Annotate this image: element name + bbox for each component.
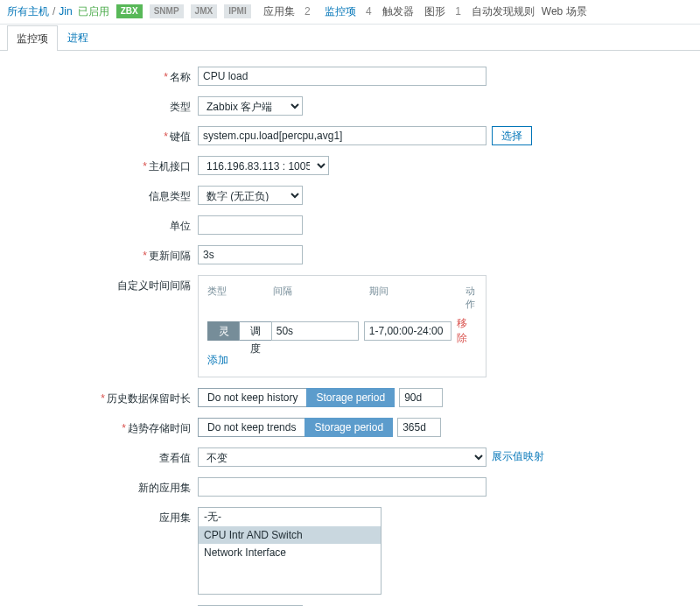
ci-add-link[interactable]: 添加: [207, 354, 228, 366]
badge-jmx: JMX: [191, 4, 218, 18]
ci-period-input[interactable]: [364, 321, 452, 341]
newapp-input[interactable]: [198, 477, 486, 497]
showmap-link[interactable]: 展示值映射: [492, 449, 544, 464]
iface-select[interactable]: 116.196.83.113 : 10050: [198, 156, 329, 175]
nav-web[interactable]: Web 场景: [542, 4, 587, 19]
ci-interval-input[interactable]: [271, 321, 359, 341]
ci-remove-link[interactable]: 移除: [457, 316, 477, 346]
lbl-history: *历史数据保留时长: [9, 388, 198, 406]
infotype-select[interactable]: 数字 (无正负): [198, 186, 303, 205]
lbl-apps: 应用集: [9, 507, 198, 525]
lbl-interval: *更新间隔: [9, 245, 198, 264]
viewval-select[interactable]: 不变: [198, 447, 486, 467]
host-nav: 应用集 2 监控项 4 触发器 图形 1 自动发现规则 Web 场景: [260, 4, 594, 19]
bc-host[interactable]: Jin: [59, 4, 72, 19]
lbl-iface: *主机接口: [9, 156, 198, 174]
key-select-button[interactable]: 选择: [492, 126, 532, 145]
lbl-infotype: 信息类型: [9, 186, 198, 204]
bc-sep: /: [52, 4, 55, 19]
lbl-viewval: 查看值: [9, 447, 198, 466]
badge-zbx: ZBX: [116, 4, 143, 18]
form-tabs: 监控项 进程: [0, 25, 700, 51]
history-input[interactable]: [399, 388, 443, 407]
lbl-key: *键值: [9, 126, 198, 144]
lbl-type: 类型: [9, 96, 198, 115]
name-input[interactable]: [198, 67, 486, 86]
nav-graphs[interactable]: 图形 1: [421, 4, 465, 19]
nav-discovery[interactable]: 自动发现规则: [472, 4, 535, 19]
ci-header: 类型间隔期间动作: [207, 285, 477, 312]
breadcrumb: 所有主机 / Jin 已启用 ZBX SNMP JMX IPMI 应用集 2 监…: [0, 0, 700, 25]
custom-interval-box: 类型间隔期间动作 灵活 调度 移除 添加: [198, 275, 486, 377]
trends-nokeep-button[interactable]: Do not keep trends: [198, 418, 305, 437]
badge-ipmi: IPMI: [224, 4, 251, 18]
history-storage-button[interactable]: Storage period: [306, 388, 395, 407]
lbl-name: *名称: [9, 67, 198, 85]
tab-process[interactable]: 进程: [58, 25, 98, 50]
lbl-custom-interval: 自定义时间间隔: [9, 275, 198, 293]
lbl-units: 单位: [9, 215, 198, 234]
nav-items[interactable]: 监控项 4: [321, 4, 375, 19]
apps-listbox[interactable]: -无- CPU Intr AND Switch Network Interfac…: [198, 507, 382, 595]
app-opt-cpu[interactable]: CPU Intr AND Switch: [199, 526, 381, 545]
status-enabled: 已启用: [78, 4, 109, 19]
interval-input[interactable]: [198, 245, 303, 264]
lbl-newapp: 新的应用集: [9, 477, 198, 496]
item-form: *名称 类型 Zabbix 客户端 *键值 选择 *主机接口 116.196.8…: [0, 51, 700, 606]
history-nokeep-button[interactable]: Do not keep history: [198, 388, 307, 407]
badge-snmp: SNMP: [150, 4, 184, 18]
trends-input[interactable]: [397, 418, 441, 437]
bc-all-hosts[interactable]: 所有主机: [7, 4, 49, 19]
units-input[interactable]: [198, 215, 303, 235]
ci-sched-button[interactable]: 调度: [239, 321, 271, 341]
ci-flex-button[interactable]: 灵活: [207, 321, 240, 341]
tab-item[interactable]: 监控项: [7, 25, 58, 51]
lbl-trends: *趋势存储时间: [9, 418, 198, 436]
type-select[interactable]: Zabbix 客户端: [198, 96, 303, 116]
nav-apps[interactable]: 应用集 2: [260, 4, 314, 19]
trends-storage-button[interactable]: Storage period: [304, 418, 393, 437]
app-opt-none[interactable]: -无-: [199, 508, 381, 526]
ci-row: 灵活 调度 移除: [207, 316, 477, 346]
app-opt-net[interactable]: Network Interface: [199, 544, 381, 562]
key-input[interactable]: [198, 126, 486, 145]
nav-triggers[interactable]: 触发器: [382, 4, 414, 19]
